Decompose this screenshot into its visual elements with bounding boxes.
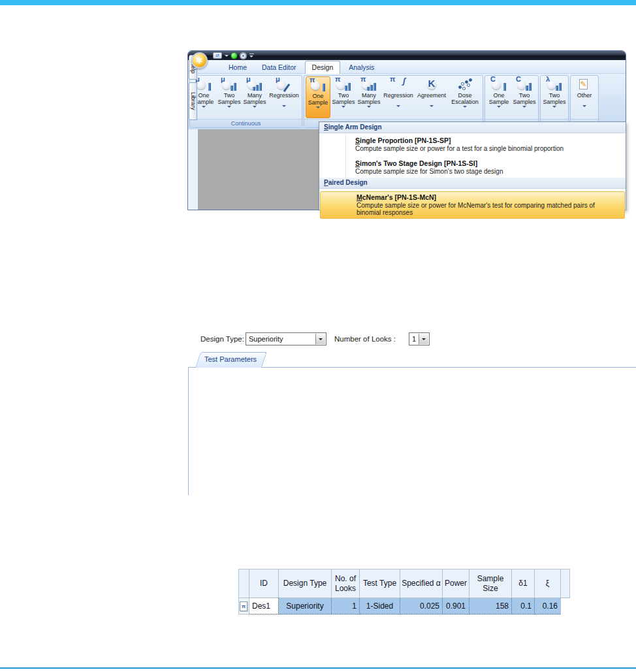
dropdown-caret-icon [316, 106, 320, 110]
cell-delta1[interactable]: 0.1 [512, 598, 535, 615]
lambda-two-samples-icon: λ [546, 78, 563, 92]
mu-one-sample-icon: μ [195, 78, 212, 92]
menu-category-single-arm-design: Single Arm Design [319, 122, 626, 133]
ribbon-button-continuous-regression[interactable]: μ Regression [268, 76, 300, 118]
ribbon-button-discrete-one-sample[interactable]: π One Sample [306, 76, 330, 118]
tools-icon[interactable] [240, 52, 247, 59]
combo-arrow-icon[interactable] [419, 334, 428, 344]
cell-power[interactable]: 0.901 [443, 598, 469, 615]
menu-item-mcnemars[interactable]: McNemar's [PN-1S-McN] Compute sample siz… [320, 191, 625, 219]
test-parameters-panel [188, 367, 636, 495]
tab-test-parameters[interactable]: Test Parameters [195, 352, 262, 368]
app-logo-icon[interactable]: ✱ [191, 52, 208, 69]
ribbon-button-discrete-two-samples[interactable]: π Two Samples [331, 76, 356, 118]
page: ✱ ⇄ Home Data Editor Design Analysis μ [0, 0, 636, 672]
group-label-continuous: Continuous [190, 119, 302, 127]
menu-item-simons-two-stage[interactable]: Simon's Two Stage Design [PN-1S-SI] Comp… [319, 158, 626, 177]
results-header-row: ID Design Type No. of Looks Test Type Sp… [239, 569, 570, 598]
menu-section-single-arm: Single Proportion [PN-1S-SP] Compute sam… [319, 133, 626, 178]
design-results-table: ID Design Type No. of Looks Test Type Sp… [238, 569, 570, 615]
table-row[interactable]: π Des1 Superiority 1 1-Sided 0.025 0.901… [239, 598, 570, 615]
ribbon-screenshot: ✱ ⇄ Home Data Editor Design Analysis μ [187, 50, 626, 210]
ribbon-titlebar: ✱ ⇄ [188, 51, 626, 60]
dropdown-caret-icon [522, 106, 526, 110]
cell-id[interactable]: Des1 [249, 598, 279, 615]
ribbon-group-count: C One Sample C Two Samples [485, 75, 539, 128]
pi-regression-icon: π ʃ [390, 78, 407, 92]
mu-regression-icon: μ [276, 78, 293, 92]
tab-analysis[interactable]: Analysis [342, 61, 381, 73]
menu-category-paired-design: Paired Design [319, 178, 626, 189]
side-tab-library[interactable]: Library [189, 82, 197, 120]
number-of-looks-select[interactable]: 1 [409, 332, 430, 345]
status-dot-icon[interactable] [231, 53, 237, 59]
tab-home[interactable]: Home [222, 61, 253, 73]
bottom-accent-bar [0, 667, 636, 669]
dose-escalation-icon [456, 78, 473, 92]
combo-arrow-icon[interactable] [315, 334, 325, 344]
ribbon-button-dose-escalation[interactable]: Dose Escalation [449, 76, 481, 118]
one-sample-dropdown-menu: Single Arm Design Single Proportion [PN-… [319, 121, 626, 210]
cell-test-type[interactable]: 1-Sided [360, 598, 400, 615]
cell-specified-alpha[interactable]: 0.025 [400, 598, 443, 615]
menu-section-paired: McNemar's [PN-1S-McN] Compute sample siz… [319, 189, 626, 221]
ribbon-button-survival-two-samples[interactable]: λ Two Samples [542, 76, 567, 118]
pi-one-sample-icon: π [310, 78, 326, 93]
dropdown-caret-icon [463, 106, 467, 110]
row-fragment-cell [561, 598, 570, 615]
agreement-k-icon: K [423, 78, 440, 92]
pi-two-samples-icon: π [335, 78, 352, 92]
ribbon-button-continuous-many-samples[interactable]: μ Many Samples [242, 76, 267, 118]
dropdown-caret-icon [582, 105, 586, 109]
dropdown-caret-icon [552, 106, 556, 110]
design-type-label: Design Type: [200, 335, 244, 343]
cell-sample-size[interactable]: 158 [469, 598, 512, 615]
ribbon-button-count-two-samples[interactable]: C Two Samples [512, 76, 537, 118]
cell-xi[interactable]: 0.16 [535, 598, 561, 615]
ribbon-button-discrete-regression[interactable]: π ʃ Regression [382, 76, 415, 118]
top-accent-bar [0, 0, 636, 5]
ribbon-button-agreement[interactable]: K Agreement [415, 76, 448, 118]
dropdown-caret-icon [396, 105, 400, 109]
qat-dropdown-icon[interactable] [225, 55, 229, 59]
c-two-samples-icon: C [516, 78, 533, 92]
quick-access-toolbar: ⇄ [213, 52, 254, 59]
design-sheet-icon: π [240, 601, 247, 611]
dropdown-caret-icon [227, 106, 231, 110]
other-pencil-icon: ✎ [576, 78, 593, 92]
tab-data-editor[interactable]: Data Editor [255, 61, 303, 73]
dropdown-caret-icon [497, 106, 501, 110]
cell-looks[interactable]: 1 [332, 598, 360, 615]
design-row-icon-cell[interactable]: π [239, 598, 249, 615]
mu-two-samples-icon: μ [221, 78, 238, 92]
number-of-looks-label: Number of Looks : [334, 335, 396, 343]
mu-many-samples-icon: μ [246, 78, 263, 92]
design-type-select[interactable]: Superiority [246, 332, 326, 345]
window-arrows-icon[interactable]: ⇄ [213, 52, 222, 59]
ribbon-button-discrete-many-samples[interactable]: π Many Samples [357, 76, 381, 118]
menu-item-single-proportion[interactable]: Single Proportion [PN-1S-SP] Compute sam… [319, 135, 626, 154]
tab-design[interactable]: Design [305, 61, 341, 74]
dropdown-caret-icon [202, 106, 206, 110]
dropdown-caret-icon [253, 106, 257, 110]
ribbon-button-continuous-two-samples[interactable]: μ Two Samples [217, 76, 242, 118]
ribbon-group-survival: λ Two Samples [540, 75, 569, 128]
ribbon-group-other: ✎ Other [570, 75, 599, 128]
pi-many-samples-icon: π [360, 78, 377, 92]
qat-more-icon[interactable] [249, 54, 254, 59]
row-header-cell [239, 569, 249, 598]
cell-design-type[interactable]: Superiority [279, 598, 332, 615]
side-tab-strip [188, 129, 198, 210]
ribbon-button-count-one-sample[interactable]: C One Sample [486, 76, 511, 118]
header-fragment-cell [561, 569, 570, 598]
ribbon-button-other[interactable]: ✎ Other [572, 76, 597, 118]
ribbon-group-continuous: μ One Sample μ Two Samples [189, 75, 302, 128]
dropdown-caret-icon [430, 105, 434, 109]
ribbon-group-discrete: π One Sample π Two Samples [304, 75, 483, 128]
dropdown-caret-icon [282, 105, 286, 109]
c-one-sample-icon: C [490, 78, 507, 92]
dropdown-caret-icon [367, 106, 371, 110]
ribbon-tab-row: Home Data Editor Design Analysis [188, 60, 626, 74]
dropdown-caret-icon [342, 106, 345, 110]
